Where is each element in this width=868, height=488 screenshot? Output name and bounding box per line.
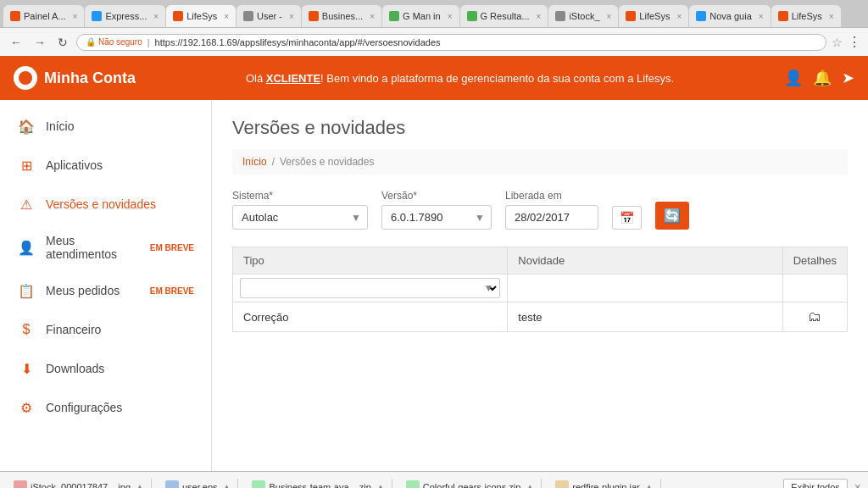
filter-detalhes-cell <box>782 274 847 302</box>
liberada-input[interactable] <box>505 205 598 230</box>
tab-label-4: User - <box>257 11 282 21</box>
logout-icon-button[interactable]: ➤ <box>842 69 854 87</box>
breadcrumb: Início / Versões e novidades <box>232 149 848 175</box>
tab-close-9[interactable]: × <box>676 12 682 21</box>
sistema-select-wrapper: Autolac ▼ <box>232 205 368 230</box>
tab-label-11: LifeSys <box>792 11 822 21</box>
versao-select[interactable]: 6.0.1.7890 <box>381 205 492 230</box>
address-input-container[interactable]: 🔒 Não seguro | https://192.168.1.69/apps… <box>76 34 826 51</box>
col-novidade: Novidade <box>508 247 782 274</box>
tab-close-1[interactable]: × <box>73 12 78 21</box>
tab-label-7: G Resulta... <box>481 11 530 21</box>
download-name-2: user.eps <box>182 482 218 489</box>
tab-close-11[interactable]: × <box>829 12 834 21</box>
back-button[interactable]: ← <box>7 34 25 51</box>
close-download-bar-button[interactable]: × <box>854 480 861 489</box>
header-logo: Minha Conta <box>14 66 136 90</box>
sidebar-item-inicio[interactable]: 🏠 Início <box>0 107 211 146</box>
download-expand-2[interactable]: ▲ <box>223 482 231 488</box>
app-body: 🏠 Início ⊞ Aplicativos ⚠ Versões e novid… <box>0 100 868 471</box>
tab-4[interactable]: User - × <box>236 5 301 27</box>
atendimentos-soon-badge: EM BREVE <box>150 243 194 252</box>
user-icon-button[interactable]: 👤 <box>784 69 803 87</box>
forward-button[interactable]: → <box>31 34 49 51</box>
filter-tipo-select[interactable] <box>240 278 500 298</box>
tab-close-4[interactable]: × <box>289 12 294 21</box>
tab-2[interactable]: Express... × <box>85 5 165 27</box>
breadcrumb-home[interactable]: Início <box>242 156 267 168</box>
tab-favicon-7 <box>467 11 477 21</box>
main-content: Versões e novidades Início / Versões e n… <box>212 100 868 471</box>
sidebar-item-downloads[interactable]: ⬇ Downloads <box>0 349 211 388</box>
atendimentos-icon: 👤 <box>17 238 36 257</box>
filter-tipo-cell: ▼ <box>233 274 508 302</box>
tab-5[interactable]: Busines... × <box>302 5 381 27</box>
breadcrumb-separator: / <box>272 156 275 168</box>
logo-icon <box>14 66 37 90</box>
tab-favicon-11 <box>778 11 788 21</box>
tab-3[interactable]: LifeSys × <box>166 5 236 27</box>
sidebar-item-aplicativos[interactable]: ⊞ Aplicativos <box>0 146 211 185</box>
download-expand-4[interactable]: ▲ <box>526 482 534 488</box>
tab-label-2: Express... <box>105 11 147 21</box>
tab-favicon-1 <box>10 11 20 21</box>
show-all-button[interactable]: Exibir todos <box>783 479 847 489</box>
download-expand-3[interactable]: ▲ <box>376 482 385 488</box>
tab-favicon-4 <box>243 11 253 21</box>
tab-favicon-8 <box>555 11 565 21</box>
tab-close-3[interactable]: × <box>224 12 229 21</box>
header-username[interactable]: XCLIENTE <box>266 72 320 85</box>
download-expand-5[interactable]: ▲ <box>645 482 654 488</box>
sidebar-label-versoes: Versões e novidades <box>46 197 194 211</box>
tab-close-10[interactable]: × <box>759 12 764 21</box>
tab-10[interactable]: Nova guia × <box>689 5 770 27</box>
sidebar-item-versoes[interactable]: ⚠ Versões e novidades <box>0 185 211 224</box>
filter-novidade-cell <box>508 274 782 302</box>
address-bar: ← → ↻ 🔒 Não seguro | https://192.168.1.6… <box>0 27 868 56</box>
sidebar-label-aplicativos: Aplicativos <box>46 158 194 172</box>
download-expand-1[interactable]: ▲ <box>136 482 144 488</box>
tab-9[interactable]: LifeSys × <box>619 5 688 27</box>
download-icon-4 <box>406 480 420 489</box>
tab-close-2[interactable]: × <box>153 12 159 21</box>
data-table: Tipo Novidade Detalhes ▼ <box>232 247 848 332</box>
menu-icon[interactable]: ⋮ <box>848 34 861 50</box>
tab-close-5[interactable]: × <box>370 12 375 21</box>
reload-button[interactable]: ↻ <box>54 34 71 51</box>
tab-favicon-6 <box>389 11 399 21</box>
sidebar-item-configuracoes[interactable]: ⚙ Configurações <box>0 388 211 427</box>
sistema-select[interactable]: Autolac <box>232 205 368 230</box>
form-row: Sistema* Autolac ▼ Versão* 6.0.1.7890 <box>232 190 848 230</box>
tab-11[interactable]: LifeSys × <box>771 5 841 27</box>
logo-text: Minha Conta <box>44 69 136 87</box>
logo-icon-inner <box>19 71 32 85</box>
tab-7[interactable]: G Resulta... × <box>460 5 548 27</box>
download-actions: Exibir todos × <box>783 479 861 489</box>
search-refresh-button[interactable]: 🔄 <box>655 202 689 230</box>
date-picker-button[interactable]: 📅 <box>612 206 642 230</box>
sidebar-item-pedidos[interactable]: 📋 Meus pedidos EM BREVE <box>0 271 211 310</box>
app-wrapper: Minha Conta Olá XCLIENTE! Bem vindo a pl… <box>0 56 868 471</box>
download-item-2: user.eps ▲ <box>159 479 239 489</box>
download-item-3: Business-team-ava....zip ▲ <box>245 479 392 489</box>
tab-8[interactable]: iStock_ × <box>548 5 618 27</box>
download-item-4: Colorful-gears-icons.zip ▲ <box>399 479 542 489</box>
bookmark-icon[interactable]: ☆ <box>832 36 843 49</box>
download-item-1: iStock_000017847....jpg ▲ <box>7 479 152 489</box>
tab-close-7[interactable]: × <box>537 12 542 21</box>
tab-favicon-5 <box>309 11 319 21</box>
tab-close-8[interactable]: × <box>607 12 612 21</box>
financeiro-icon: $ <box>17 320 36 339</box>
sidebar-item-financeiro[interactable]: $ Financeiro <box>0 310 211 349</box>
tab-1[interactable]: Painel A... × <box>3 5 84 27</box>
sidebar-item-atendimentos[interactable]: 👤 Meus atendimentos EM BREVE <box>0 224 211 271</box>
sidebar-label-configuracoes: Configurações <box>46 401 194 414</box>
tab-6[interactable]: G Man in × <box>382 5 459 27</box>
header-message-text: ! Bem vindo a plataforma de gerenciament… <box>320 72 674 85</box>
tab-close-6[interactable]: × <box>448 12 453 21</box>
download-icon-1 <box>14 480 27 489</box>
notifications-icon-button[interactable]: 🔔 <box>813 69 832 87</box>
pedidos-soon-badge: EM BREVE <box>150 286 194 296</box>
table-row: Correção teste 🗂 <box>233 302 848 332</box>
detail-button[interactable]: 🗂 <box>808 309 821 324</box>
